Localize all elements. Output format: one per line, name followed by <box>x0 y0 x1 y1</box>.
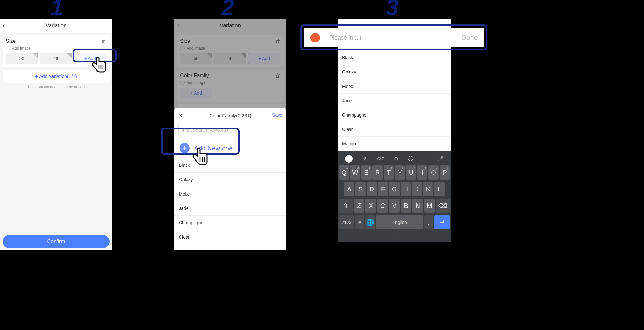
input-bar: — Please Input Done <box>304 28 484 47</box>
size-section: Size 🗑 Add Image 50× 48× + Add <box>3 35 110 67</box>
list-item[interactable]: Clear <box>174 230 286 244</box>
list-item[interactable]: Black <box>338 50 451 65</box>
gif-button[interactable]: GIF <box>377 157 384 161</box>
symbols-key[interactable]: ?123 <box>339 215 354 229</box>
remove-icon[interactable]: × <box>67 53 72 58</box>
key-q[interactable]: Q1 <box>339 165 349 180</box>
screen-2: ‹ Variation Size 🗑 Add Image 50× 48× + A… <box>174 19 286 250</box>
add-image-label: Add Image <box>12 46 31 50</box>
key-r[interactable]: R4 <box>372 165 383 180</box>
backspace-key[interactable]: ⌫ <box>436 199 450 213</box>
mic-icon[interactable]: 🎤 <box>437 156 444 162</box>
key-v[interactable]: V <box>389 199 400 213</box>
list-item[interactable]: Jade <box>174 201 286 215</box>
delete-icon[interactable]: 🗑 <box>101 38 106 44</box>
sheet-title: Color Family(0/231) <box>209 113 251 118</box>
emoji-key[interactable]: ☺ <box>355 215 365 229</box>
hint-text: 1 custom variations can be added <box>0 85 112 89</box>
step-number-3: 3 <box>386 0 399 20</box>
color-list: Black Galaxy Mobc Jade Champagne Clear M… <box>338 50 451 151</box>
list-item[interactable]: Mango <box>174 244 286 250</box>
key-j[interactable]: J <box>412 182 422 196</box>
key-t[interactable]: T5 <box>384 165 394 180</box>
list-item[interactable]: Galaxy <box>338 65 451 79</box>
screen-3: Black Galaxy Mobc Jade Champagne Clear M… <box>338 19 451 242</box>
add-image-toggle[interactable]: Add Image <box>6 46 106 50</box>
size-chip[interactable]: 48× <box>40 53 72 64</box>
key-y[interactable]: Y6 <box>395 165 405 180</box>
more-icon[interactable]: ⋯ <box>423 156 428 162</box>
header: ‹ Variation <box>0 19 112 33</box>
key-z[interactable]: Z <box>354 199 365 213</box>
color-list: Black Galaxy Mobc Jade Champagne Clear M… <box>174 158 286 250</box>
remove-icon[interactable]: — <box>310 33 320 42</box>
globe-key[interactable]: 🌐 <box>365 215 375 229</box>
list-item[interactable]: Mobc <box>338 79 451 93</box>
key-a[interactable]: A <box>344 182 354 196</box>
key-d[interactable]: D <box>367 182 377 196</box>
add-new-label: Add New one <box>194 145 233 152</box>
key-p[interactable]: P0 <box>440 165 450 180</box>
shift-key[interactable]: ⇧ <box>339 199 353 213</box>
key-c[interactable]: C <box>377 199 388 213</box>
sticker-icon[interactable]: ☺ <box>362 156 367 162</box>
size-chip[interactable]: 50× <box>6 53 38 64</box>
plus-icon: + <box>180 143 190 153</box>
key-u[interactable]: U7 <box>406 165 416 180</box>
list-item[interactable]: Jade <box>338 93 451 108</box>
keyboard-toolbar: ‹ ☺ GIF ⚙ ⛶ ⋯ 🎤 <box>338 153 451 164</box>
key-o[interactable]: O9 <box>428 165 439 180</box>
save-button[interactable]: Save <box>272 112 282 118</box>
settings-icon[interactable]: ⚙ <box>394 156 398 162</box>
done-button[interactable]: Done <box>461 34 478 42</box>
confirm-button[interactable]: Confirm <box>3 235 110 248</box>
key-e[interactable]: E3 <box>361 165 372 180</box>
close-icon[interactable]: ✕ <box>178 112 184 119</box>
add-variation-button[interactable]: + Add variation(1/2) <box>3 70 110 83</box>
key-k[interactable]: K <box>423 182 433 196</box>
list-item[interactable]: Galaxy <box>174 172 286 187</box>
page-title: Variation <box>46 22 67 29</box>
key-l[interactable]: L <box>434 182 445 196</box>
key-s[interactable]: S <box>355 182 365 196</box>
list-item[interactable]: Mobc <box>174 187 286 201</box>
list-item[interactable]: Black <box>174 158 286 172</box>
key-f[interactable]: F <box>378 182 388 196</box>
screen-1: ‹ Variation Size 🗑 Add Image 50× 48× + A… <box>0 19 112 250</box>
key-w[interactable]: W2 <box>350 165 360 180</box>
kb-back-icon[interactable]: ‹ <box>345 155 353 163</box>
enter-key[interactable]: ↵ <box>434 215 450 229</box>
step-number-1: 1 <box>50 0 63 20</box>
radio-icon <box>6 46 10 50</box>
nav-bar: ⌄ <box>338 231 451 237</box>
list-item[interactable]: Mango <box>338 136 451 151</box>
search-input[interactable]: Input Search Keywords <box>178 124 282 136</box>
add-size-button[interactable]: + Add <box>74 53 106 64</box>
remove-icon[interactable]: × <box>33 53 38 58</box>
list-item[interactable]: Clear <box>338 122 451 136</box>
key-g[interactable]: G <box>389 182 399 196</box>
key-b[interactable]: B <box>401 199 411 213</box>
chip-value: 50 <box>19 56 24 61</box>
key-h[interactable]: H <box>401 182 411 196</box>
list-item[interactable]: Champagne <box>338 108 451 122</box>
key-x[interactable]: X <box>365 199 376 213</box>
chip-value: 48 <box>53 56 58 61</box>
size-label: Size <box>6 38 16 44</box>
key-i[interactable]: I8 <box>417 165 427 180</box>
add-new-button[interactable]: + Add New one <box>174 139 286 158</box>
text-input[interactable]: Please Input <box>325 30 456 45</box>
back-icon[interactable]: ‹ <box>3 21 5 30</box>
key-n[interactable]: N <box>412 199 423 213</box>
period-key[interactable]: . <box>424 215 434 229</box>
list-item[interactable]: Champagne <box>174 215 286 230</box>
keyboard: ‹ ☺ GIF ⚙ ⛶ ⋯ 🎤 Q1 W2 E3 R4 T5 Y6 U7 I8 … <box>338 151 451 242</box>
space-key[interactable]: English <box>376 215 423 229</box>
step-number-2: 2 <box>221 0 234 20</box>
translate-icon[interactable]: ⛶ <box>408 156 413 162</box>
color-picker-sheet: ✕ Color Family(0/231) Save Input Search … <box>174 108 286 250</box>
key-m[interactable]: M <box>424 199 435 213</box>
